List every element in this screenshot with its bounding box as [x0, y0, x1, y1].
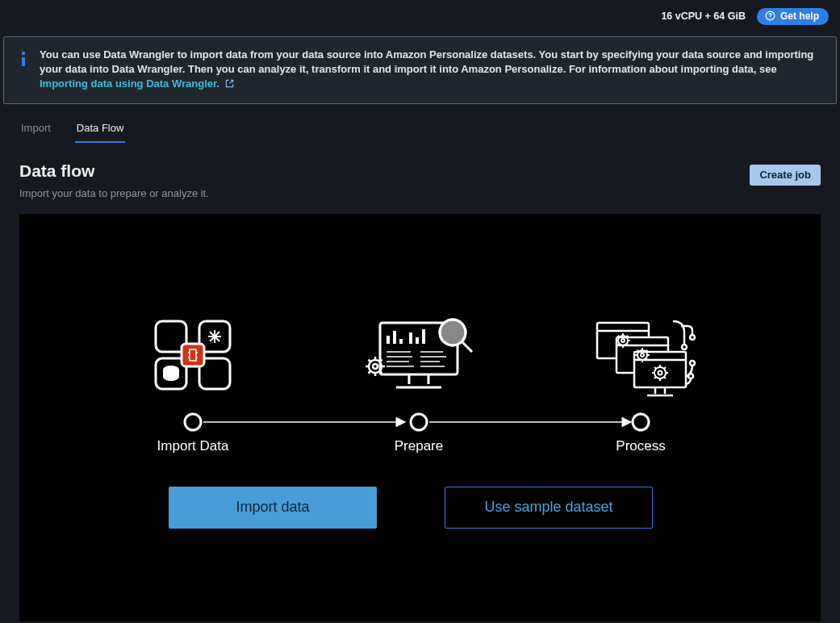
- svg-line-94: [654, 367, 656, 369]
- import-data-button[interactable]: Import data: [169, 487, 377, 529]
- get-help-button[interactable]: Get help: [757, 8, 829, 25]
- svg-rect-18: [182, 344, 204, 366]
- info-text-body: You can use Data Wrangler to import data…: [40, 48, 813, 75]
- svg-rect-2: [22, 52, 25, 55]
- flow-diagram: [19, 214, 821, 621]
- svg-point-1: [770, 18, 771, 19]
- get-help-label: Get help: [780, 10, 819, 22]
- process-icon: [597, 321, 695, 395]
- flow-canvas: Import Data Prepare Process Import data …: [19, 214, 821, 621]
- svg-point-55: [682, 345, 687, 349]
- top-bar: 16 vCPU + 64 GiB Get help: [0, 0, 840, 32]
- tab-import[interactable]: Import: [19, 117, 52, 143]
- info-link-label: Importing data using Data Wrangler.: [40, 77, 219, 90]
- svg-rect-3: [22, 57, 25, 66]
- svg-line-48: [369, 359, 371, 362]
- svg-point-43: [373, 364, 378, 369]
- page-subtitle: Import your data to prepare or analyze i…: [19, 187, 209, 199]
- svg-line-50: [369, 370, 371, 373]
- step-label-import: Import Data: [157, 438, 229, 454]
- info-text: You can use Data Wrangler to import data…: [40, 48, 820, 92]
- info-banner: You can use Data Wrangler to import data…: [3, 36, 837, 104]
- svg-line-54: [462, 342, 472, 352]
- svg-line-97: [664, 367, 666, 369]
- use-sample-dataset-button[interactable]: Use sample dataset: [445, 487, 653, 529]
- step-label-prepare: Prepare: [395, 438, 443, 454]
- tabs: Import Data Flow: [0, 117, 840, 144]
- external-link-icon: [223, 77, 235, 90]
- svg-point-8: [633, 414, 649, 430]
- svg-line-96: [654, 377, 656, 378]
- create-job-button[interactable]: Create job: [750, 165, 821, 186]
- step-label-process: Process: [616, 438, 665, 454]
- help-icon: [765, 10, 775, 21]
- svg-point-56: [690, 335, 695, 340]
- heading-row: Data flow Import your data to prepare or…: [0, 144, 840, 199]
- import-data-icon: [156, 321, 230, 389]
- info-link[interactable]: Importing data using Data Wrangler.: [40, 77, 235, 90]
- page-title: Data flow: [19, 161, 209, 181]
- svg-point-6: [185, 414, 201, 430]
- svg-point-7: [411, 414, 427, 430]
- instance-resources-label: 16 vCPU + 64 GiB: [661, 10, 746, 22]
- svg-point-57: [690, 361, 695, 366]
- svg-line-95: [664, 377, 666, 378]
- prepare-icon: [366, 320, 472, 387]
- info-icon: [20, 48, 27, 92]
- svg-point-58: [688, 374, 693, 378]
- canvas-wrap: Import Data Prepare Process Import data …: [0, 199, 840, 621]
- tab-data-flow[interactable]: Data Flow: [75, 117, 126, 143]
